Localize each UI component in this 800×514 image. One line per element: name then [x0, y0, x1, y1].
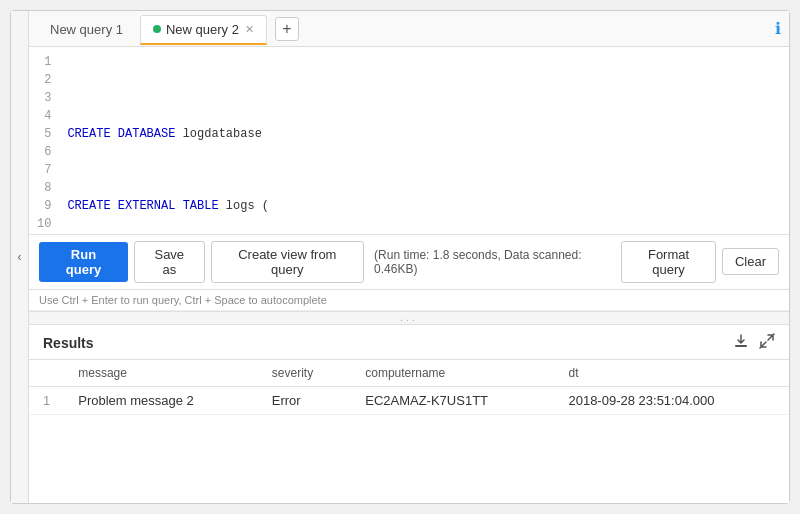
expand-icon[interactable] [759, 333, 775, 353]
tabs-bar: New query 1 New query 2 ✕ + ℹ [29, 11, 789, 47]
hint-bar: Use Ctrl + Enter to run query, Ctrl + Sp… [29, 290, 789, 311]
content-area: New query 1 New query 2 ✕ + ℹ 1 2 [29, 11, 789, 503]
results-title: Results [43, 335, 94, 351]
add-tab-button[interactable]: + [275, 17, 299, 41]
col-header-num [29, 360, 64, 387]
code-text[interactable]: CREATE DATABASE logdatabase CREATE EXTER… [59, 51, 789, 235]
results-table: message severity computername dt 1 Probl… [29, 360, 789, 415]
info-icon[interactable]: ℹ [775, 19, 781, 38]
tab-label: New query 2 [166, 22, 239, 37]
plus-icon: + [282, 20, 291, 38]
code-editor[interactable]: 1 2 3 4 5 6 7 8 9 10 11 12 13 14 15 16 [29, 47, 789, 235]
toolbar: Run query Save as Create view from query… [29, 235, 789, 290]
tab-new-query-1[interactable]: New query 1 [37, 14, 136, 44]
tab-close-icon[interactable]: ✕ [245, 23, 254, 36]
cell-severity: Error [258, 386, 351, 414]
tab-status-dot [153, 25, 161, 33]
svg-rect-0 [735, 345, 747, 347]
clear-button[interactable]: Clear [722, 248, 779, 275]
cell-message: Problem message 2 [64, 386, 258, 414]
results-icons [733, 333, 775, 353]
run-query-button[interactable]: Run query [39, 242, 128, 282]
toolbar-right: Format query Clear [621, 241, 779, 283]
col-header-message: message [64, 360, 258, 387]
tab-new-query-2[interactable]: New query 2 ✕ [140, 15, 267, 45]
results-header: Results [29, 325, 789, 360]
line-numbers: 1 2 3 4 5 6 7 8 9 10 11 12 13 14 15 16 [29, 51, 59, 235]
row-num: 1 [29, 386, 64, 414]
sidebar-toggle[interactable]: ‹ [11, 11, 29, 503]
divider[interactable]: ... [29, 311, 789, 325]
divider-dots: ... [400, 312, 417, 323]
col-header-dt: dt [554, 360, 789, 387]
col-header-computername: computername [351, 360, 554, 387]
create-view-button[interactable]: Create view from query [211, 241, 364, 283]
download-icon[interactable] [733, 333, 749, 353]
format-query-button[interactable]: Format query [621, 241, 716, 283]
col-header-severity: severity [258, 360, 351, 387]
cell-dt: 2018-09-28 23:51:04.000 [554, 386, 789, 414]
cell-computername: EC2AMAZ-K7US1TT [351, 386, 554, 414]
results-area: Results [29, 325, 789, 504]
chevron-left-icon: ‹ [18, 250, 22, 264]
main-container: ‹ New query 1 New query 2 ✕ + ℹ [10, 10, 790, 504]
run-info: (Run time: 1.8 seconds, Data scanned: 0.… [374, 248, 615, 276]
save-as-button[interactable]: Save as [134, 241, 205, 283]
tab-label: New query 1 [50, 22, 123, 37]
code-lines: 1 2 3 4 5 6 7 8 9 10 11 12 13 14 15 16 [29, 51, 789, 235]
table-row: 1 Problem message 2 Error EC2AMAZ-K7US1T… [29, 386, 789, 414]
hint-text: Use Ctrl + Enter to run query, Ctrl + Sp… [39, 294, 327, 306]
